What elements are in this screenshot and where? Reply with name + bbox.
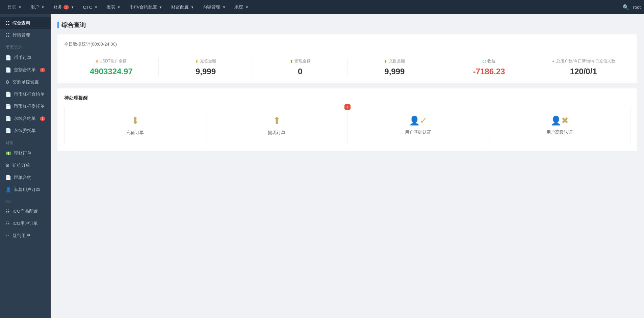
pending-item-user-basic[interactable]: 👤✓ 用户基础认证 <box>347 107 489 144</box>
sidebar-item-leverage-delegate[interactable]: 📄 币币杠杆委托单 <box>0 100 51 112</box>
doc5-icon: 📄 <box>5 116 11 121</box>
stats-section: 今日数据统计(00:00-24:00) ≡ USDT账户余额 4903324.9… <box>57 34 637 83</box>
stat-value-users: 120/0/1 <box>542 67 625 76</box>
sidebar-item-delivery-order[interactable]: 📄 交割合约单 1 <box>0 64 51 76</box>
sidebar-item-ico-product[interactable]: ☷ ICO产品配置 <box>0 205 51 217</box>
chevron-system: ▼ <box>245 5 249 9</box>
stat-item-deposit: ⬇ 充值金额 9,999 <box>159 58 253 76</box>
sidebar-item-ico-user-order[interactable]: ☷ ICO用户订单 <box>0 217 51 230</box>
page-title-text: 综合查询 <box>61 21 86 29</box>
ico1-icon: ☷ <box>5 209 10 214</box>
sidebar-label-overview: 综合查询 <box>12 20 30 26</box>
withdraw-pending-icon: ⬆ <box>273 115 281 126</box>
sidebar-item-perpetual-order[interactable]: 📄 永续合约单 1 <box>0 112 51 125</box>
follow-icon: 📄 <box>5 175 11 180</box>
sidebar-label-delivery-setting: 交割场控设置 <box>12 79 39 85</box>
pending-item-deposit[interactable]: ⬇ 充值订单 <box>65 107 206 144</box>
sidebar-item-financial-order[interactable]: 💵 理财订单 <box>0 147 51 159</box>
stat-item-withdraw: ⬆ 提现金额 0 <box>253 58 347 76</box>
sidebar-item-miner-order[interactable]: ⚙ 矿机订单 <box>0 159 51 171</box>
sign-icon: ☷ <box>5 233 10 238</box>
nav-label-otc: OTC <box>83 5 92 10</box>
nav-items: 日志 ▼ 用户 ▼ 财务 1 ▼ OTC ▼ 报表 ▼ 币币/合约配置 ▼ 财富… <box>3 0 622 14</box>
stat-label-deposit-text: 充值金额 <box>200 58 216 64</box>
nav-label-user: 用户 <box>30 4 39 10</box>
sidebar-item-market[interactable]: ☷ 行情管理 <box>0 29 51 41</box>
doc-icon: 📄 <box>5 55 11 60</box>
doc6-icon: 📄 <box>5 128 11 133</box>
sidebar-label-follow-contract: 跟单合约 <box>14 175 31 181</box>
perpetual-badge: 1 <box>40 116 45 121</box>
doc3-icon: 📄 <box>5 91 11 97</box>
sidebar-label-miner-order: 矿机订单 <box>12 162 30 168</box>
pending-item-user-advanced[interactable]: 👤✖ 用户高级认证 <box>489 107 630 144</box>
nav-label-content: 内容管理 <box>203 4 220 10</box>
nav-item-report[interactable]: 报表 ▼ <box>102 0 125 14</box>
chevron-content: ▼ <box>222 5 226 9</box>
setting-icon: ⚙ <box>5 79 10 85</box>
nav-item-user[interactable]: 用户 ▼ <box>26 0 49 14</box>
stats-date: 今日数据统计(00:00-24:00) <box>64 41 630 47</box>
finance-badge: 1 <box>63 5 69 9</box>
pending-section: 待处理提醒 1 ⬇ 充值订单 ⬆ 提现订单 👤✓ 用户基础认证 <box>57 88 637 151</box>
sidebar-item-follow-contract[interactable]: 📄 跟单合约 <box>0 171 51 184</box>
stat-item-diff: ⬇ 充提差额 9,999 <box>347 58 442 76</box>
sidebar-item-private-order[interactable]: 👤 私募用户订单 <box>0 184 51 196</box>
top-nav: 日志 ▼ 用户 ▼ 财务 1 ▼ OTC ▼ 报表 ▼ 币币/合约配置 ▼ 财富… <box>0 0 644 14</box>
profit-icon <box>483 60 486 63</box>
nav-label-finance: 财务 <box>53 4 62 10</box>
nav-item-coinconfig[interactable]: 币币/合约配置 ▼ <box>125 0 166 14</box>
stat-value-deposit: 9,999 <box>164 67 248 76</box>
deposit-pending-icon: ⬇ <box>131 115 139 126</box>
nav-item-log[interactable]: 日志 ▼ <box>3 0 26 14</box>
sidebar-item-overview[interactable]: ☷ 综合查询 <box>0 17 51 29</box>
mine-icon: ⚙ <box>5 163 10 168</box>
stat-label-users: ✦ 总用户数/今日新增/今日充值人数 <box>542 58 625 64</box>
sidebar-label-market: 行情管理 <box>12 32 30 38</box>
sidebar-item-signin-user[interactable]: ☷ 签到用户 <box>0 230 51 242</box>
nav-label-report: 报表 <box>106 4 115 10</box>
chevron-finance: ▼ <box>71 5 74 9</box>
diff-icon: ⬇ <box>384 59 387 64</box>
doc2-icon: 📄 <box>5 67 11 73</box>
pending-label-deposit: 充值订单 <box>126 130 144 136</box>
user-basic-icon: 👤✓ <box>409 115 427 126</box>
sidebar-label-coin-order: 币币订单 <box>14 55 31 61</box>
user-label[interactable]: root <box>633 5 641 10</box>
users-icon: ✦ <box>551 59 555 64</box>
sidebar-item-delivery-setting[interactable]: ⚙ 交割场控设置 <box>0 76 51 88</box>
main-content: 综合查询 今日数据统计(00:00-24:00) ≡ USDT账户余额 4903… <box>51 14 644 318</box>
nav-item-wealthconfig[interactable]: 财富配置 ▼ <box>167 0 198 14</box>
pending-label-withdraw: 提现订单 <box>268 130 285 136</box>
page-title: 综合查询 <box>57 21 637 29</box>
sidebar-item-leverage-order[interactable]: 📄 币币杠杆合约单 <box>0 88 51 100</box>
grid-icon: ☷ <box>5 20 10 26</box>
pending-badge: 1 <box>344 104 350 110</box>
nav-item-system[interactable]: 系统 ▼ <box>230 0 253 14</box>
layout: ☷ 综合查询 ☷ 行情管理 币币/合约 📄 币币订单 📄 交割合约单 1 ⚙ 交… <box>0 14 644 318</box>
sidebar-section-wealth: 财富 <box>0 137 51 147</box>
stat-value-withdraw: 0 <box>258 67 342 76</box>
stat-label-users-text: 总用户数/今日新增/今日充值人数 <box>556 58 615 64</box>
nav-item-content[interactable]: 内容管理 ▼ <box>199 0 230 14</box>
money-icon: 💵 <box>5 151 11 156</box>
sidebar-label-leverage-delegate: 币币杠杆委托单 <box>14 103 45 109</box>
stat-label-usdt: ≡ USDT账户余额 <box>70 58 153 64</box>
nav-item-finance[interactable]: 财务 1 ▼ <box>49 0 78 14</box>
chevron-log: ▼ <box>18 5 22 9</box>
stat-value-profit: -7186.23 <box>447 67 531 76</box>
sidebar-label-private-order: 私募用户订单 <box>14 187 40 193</box>
search-icon[interactable]: 🔍 <box>622 4 629 10</box>
sidebar-section-coin: 币币/合约 <box>0 41 51 52</box>
sidebar-item-coin-order[interactable]: 📄 币币订单 <box>0 52 51 64</box>
stat-value-usdt: 4903324.97 <box>70 67 153 76</box>
nav-item-otc[interactable]: OTC ▼ <box>79 0 102 14</box>
pending-item-withdraw[interactable]: ⬆ 提现订单 <box>206 107 347 144</box>
deposit-icon: ⬇ <box>195 59 199 64</box>
sidebar-label-ico-product: ICO产品配置 <box>12 208 38 214</box>
sidebar-item-perpetual-delegate[interactable]: 📄 永续委托单 <box>0 125 51 137</box>
pending-label-user-advanced: 用户高级认证 <box>546 129 573 135</box>
chevron-coinconfig: ▼ <box>159 5 162 9</box>
pending-title: 待处理提醒 <box>64 95 630 101</box>
sidebar-label-financial-order: 理财订单 <box>14 150 31 156</box>
